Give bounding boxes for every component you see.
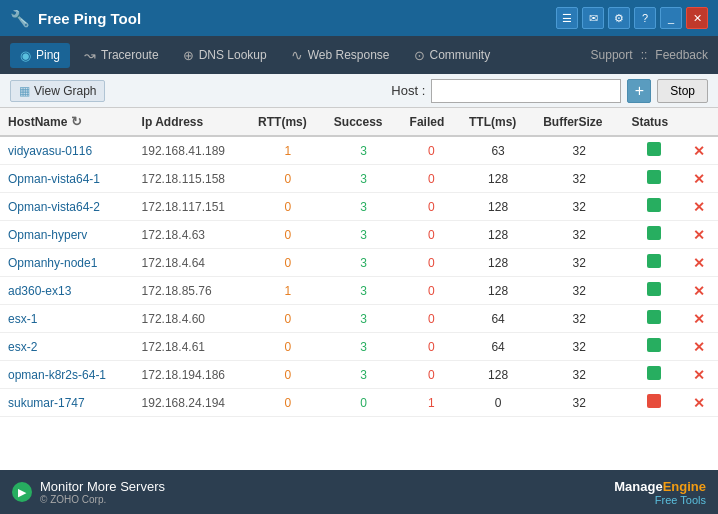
- status-bar: ▶ Monitor More Servers © ZOHO Corp. Mana…: [0, 470, 718, 514]
- email-icon-btn[interactable]: ✉: [582, 7, 604, 29]
- table-header: HostName ↻ Ip Address RTT(ms) Success Fa…: [0, 108, 718, 136]
- nav-web-response[interactable]: Web Response: [281, 42, 400, 68]
- col-rtt: RTT(ms): [250, 108, 326, 136]
- success-cell: 3: [326, 333, 402, 361]
- host-input[interactable]: [431, 79, 621, 103]
- close-button[interactable]: ✕: [686, 7, 708, 29]
- app-icon: 🔧: [10, 9, 30, 28]
- gear-icon-btn[interactable]: ⚙: [608, 7, 630, 29]
- delete-icon[interactable]: ✕: [693, 395, 705, 411]
- buffersize-cell: 32: [535, 305, 623, 333]
- delete-cell: ✕: [685, 136, 718, 165]
- rtt-cell: 0: [250, 193, 326, 221]
- monitor-info: Monitor More Servers © ZOHO Corp.: [40, 479, 165, 505]
- status-cell: [623, 221, 685, 249]
- hostname-cell[interactable]: Opman-vista64-2: [0, 193, 134, 221]
- delete-icon[interactable]: ✕: [693, 255, 705, 271]
- table-body: vidyavasu-0116 192.168.41.189 1 3 0 63 3…: [0, 136, 718, 417]
- nav-community[interactable]: Community: [404, 43, 501, 68]
- app-title: Free Ping Tool: [38, 10, 141, 27]
- dns-icon: [183, 48, 194, 63]
- table-row: Opmanhy-node1 172.18.4.64 0 3 0 128 32 ✕: [0, 249, 718, 277]
- ping-table: HostName ↻ Ip Address RTT(ms) Success Fa…: [0, 108, 718, 417]
- delete-icon[interactable]: ✕: [693, 227, 705, 243]
- delete-icon[interactable]: ✕: [693, 367, 705, 383]
- status-indicator: [647, 142, 661, 156]
- hostname-cell[interactable]: ad360-ex13: [0, 277, 134, 305]
- hostname-cell[interactable]: Opman-vista64-1: [0, 165, 134, 193]
- hostname-cell[interactable]: sukumar-1747: [0, 389, 134, 417]
- rtt-cell: 0: [250, 361, 326, 389]
- hostname-cell[interactable]: Opman-hyperv: [0, 221, 134, 249]
- web-icon: [291, 47, 303, 63]
- status-indicator: [647, 394, 661, 408]
- monitor-text[interactable]: Monitor More Servers: [40, 479, 165, 494]
- rtt-cell: 1: [250, 277, 326, 305]
- delete-cell: ✕: [685, 277, 718, 305]
- nav-traceroute[interactable]: Traceroute: [74, 42, 169, 68]
- table-row: Opman-vista64-2 172.18.117.151 0 3 0 128…: [0, 193, 718, 221]
- title-bar-controls: ☰ ✉ ⚙ ? _ ✕: [556, 7, 708, 29]
- rtt-cell: 0: [250, 333, 326, 361]
- toolbar-right: Host : + Stop: [391, 79, 708, 103]
- rtt-cell: 0: [250, 221, 326, 249]
- failed-cell: 0: [402, 333, 461, 361]
- ttl-cell: 0: [461, 389, 535, 417]
- delete-icon[interactable]: ✕: [693, 283, 705, 299]
- status-left: ▶ Monitor More Servers © ZOHO Corp.: [12, 479, 165, 505]
- zoho-text: © ZOHO Corp.: [40, 494, 165, 505]
- delete-icon[interactable]: ✕: [693, 199, 705, 215]
- failed-cell: 0: [402, 165, 461, 193]
- ip-cell: 172.18.85.76: [134, 277, 250, 305]
- col-buffersize: BufferSize: [535, 108, 623, 136]
- menu-icon-btn[interactable]: ☰: [556, 7, 578, 29]
- table-row: sukumar-1747 192.168.24.194 0 0 1 0 32 ✕: [0, 389, 718, 417]
- add-host-button[interactable]: +: [627, 79, 651, 103]
- nav-dns-lookup[interactable]: DNS Lookup: [173, 43, 277, 68]
- success-cell: 0: [326, 389, 402, 417]
- hostname-cell[interactable]: vidyavasu-0116: [0, 136, 134, 165]
- ttl-cell: 128: [461, 193, 535, 221]
- delete-icon[interactable]: ✕: [693, 339, 705, 355]
- delete-cell: ✕: [685, 221, 718, 249]
- nav-traceroute-label: Traceroute: [101, 48, 159, 62]
- buffersize-cell: 32: [535, 361, 623, 389]
- success-cell: 3: [326, 277, 402, 305]
- table-row: esx-1 172.18.4.60 0 3 0 64 32 ✕: [0, 305, 718, 333]
- hostname-cell[interactable]: Opmanhy-node1: [0, 249, 134, 277]
- table-row: opman-k8r2s-64-1 172.18.194.186 0 3 0 12…: [0, 361, 718, 389]
- feedback-link[interactable]: Feedback: [655, 48, 708, 62]
- support-link[interactable]: Support: [591, 48, 633, 62]
- nav-separator: ::: [641, 48, 648, 62]
- refresh-icon[interactable]: ↻: [71, 114, 82, 129]
- buffersize-cell: 32: [535, 165, 623, 193]
- col-ttl: TTL(ms): [461, 108, 535, 136]
- status-cell: [623, 361, 685, 389]
- stop-button[interactable]: Stop: [657, 79, 708, 103]
- col-ip: Ip Address: [134, 108, 250, 136]
- hostname-cell[interactable]: opman-k8r2s-64-1: [0, 361, 134, 389]
- minimize-button[interactable]: _: [660, 7, 682, 29]
- nav-ping[interactable]: Ping: [10, 43, 70, 68]
- hostname-cell[interactable]: esx-1: [0, 305, 134, 333]
- ip-cell: 192.168.24.194: [134, 389, 250, 417]
- ip-cell: 172.18.4.63: [134, 221, 250, 249]
- nav-community-label: Community: [430, 48, 491, 62]
- hostname-cell[interactable]: esx-2: [0, 333, 134, 361]
- success-cell: 3: [326, 136, 402, 165]
- status-indicator: [647, 282, 661, 296]
- col-success: Success: [326, 108, 402, 136]
- ip-cell: 172.18.4.64: [134, 249, 250, 277]
- status-cell: [623, 165, 685, 193]
- failed-cell: 0: [402, 249, 461, 277]
- delete-icon[interactable]: ✕: [693, 143, 705, 159]
- ip-cell: 172.18.4.61: [134, 333, 250, 361]
- delete-icon[interactable]: ✕: [693, 311, 705, 327]
- help-button[interactable]: ?: [634, 7, 656, 29]
- view-graph-button[interactable]: View Graph: [10, 80, 105, 102]
- table-row: esx-2 172.18.4.61 0 3 0 64 32 ✕: [0, 333, 718, 361]
- delete-cell: ✕: [685, 193, 718, 221]
- view-graph-label: View Graph: [34, 84, 96, 98]
- failed-cell: 0: [402, 277, 461, 305]
- delete-icon[interactable]: ✕: [693, 171, 705, 187]
